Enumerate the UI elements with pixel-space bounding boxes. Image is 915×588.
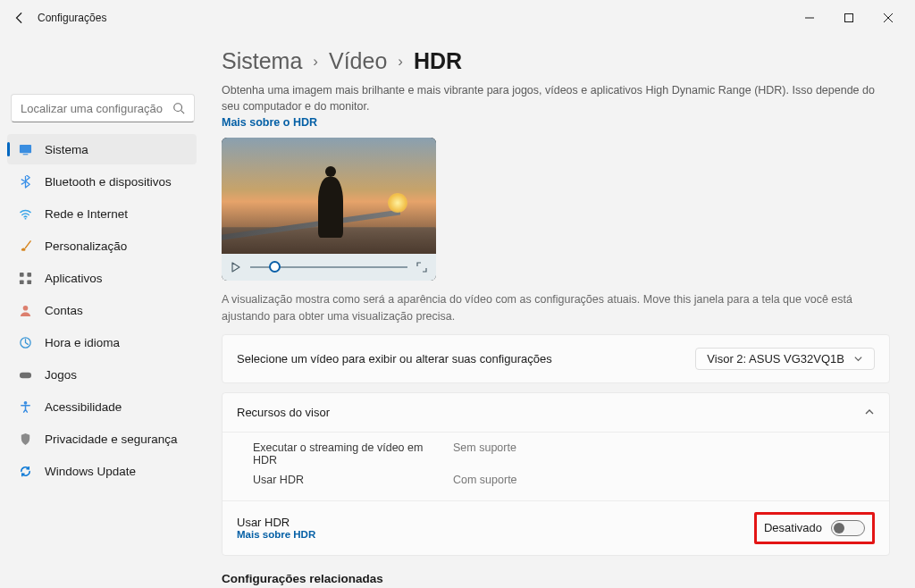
display-select-dropdown[interactable]: Visor 2: ASUS VG32VQ1B [695,348,875,370]
video-controls [222,254,436,281]
display-features-title: Recursos do visor [237,406,330,419]
feature-value: Sem suporte [453,441,516,466]
display-features-header[interactable]: Recursos do visor [222,393,889,432]
display-features-list: Executar o streaming de vídeo em HDR Sem… [222,433,889,500]
maximize-icon [844,13,853,22]
related-section-title: Configurações relacionadas [222,572,890,585]
close-icon [884,13,893,22]
breadcrumb-current: HDR [414,48,462,74]
use-hdr-toggle[interactable] [831,520,865,536]
close-button[interactable] [869,4,908,32]
minimize-button[interactable] [790,4,829,32]
window-controls [790,4,908,32]
seek-bar[interactable] [250,266,407,268]
use-hdr-link[interactable]: Mais sobre HDR [237,529,315,540]
titlebar: Configurações [0,0,915,36]
display-select-card: Selecione um vídeo para exibir ou altera… [222,334,890,383]
fullscreen-button[interactable] [416,262,427,273]
play-button[interactable] [231,262,241,273]
minimize-icon [805,13,814,22]
feature-key: Usar HDR [253,474,432,486]
preview-image [222,138,436,254]
hdr-preview-video [222,138,436,281]
arrow-left-icon [13,12,26,24]
main-content: Sistema › Vídeo › HDR Obtenha uma imagem… [197,36,915,588]
chevron-right-icon: › [313,53,318,71]
chevron-up-icon [864,407,875,417]
breadcrumb-system[interactable]: Sistema [222,48,302,74]
intro-text: Obtenha uma imagem mais brilhante e mais… [222,83,890,114]
feature-value: Com suporte [453,474,517,486]
chevron-right-icon: › [398,53,403,71]
window-title: Configurações [38,12,106,24]
back-button[interactable] [7,5,32,30]
toggle-state-text: Desativado [764,521,822,534]
svg-rect-1 [845,14,853,22]
preview-note: A visualização mostra como será a aparên… [222,291,883,325]
breadcrumb-video[interactable]: Vídeo [329,48,387,74]
maximize-button[interactable] [829,4,869,32]
annotation-highlight: Desativado [754,512,875,544]
seek-thumb[interactable] [269,261,281,273]
chevron-down-icon [853,354,863,364]
display-features-card: Recursos do visor Executar o streaming d… [222,392,890,556]
use-hdr-label: Usar HDR [237,516,315,529]
learn-more-hdr-link[interactable]: Mais sobre o HDR [222,116,890,129]
display-select-value: Visor 2: ASUS VG32VQ1B [707,352,844,365]
breadcrumb: Sistema › Vídeo › HDR [222,48,890,74]
display-select-label: Selecione um vídeo para exibir ou altera… [237,352,552,365]
feature-key: Executar o streaming de vídeo em HDR [253,441,432,466]
